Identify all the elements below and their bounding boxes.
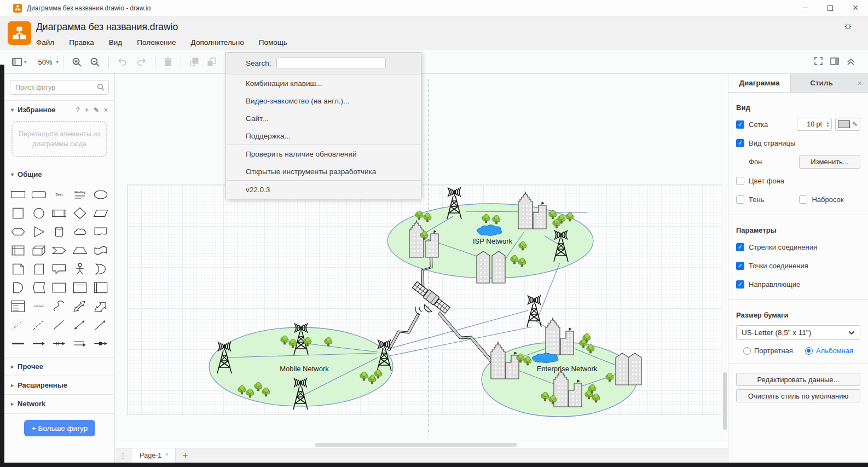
shape-list[interactable]	[8, 297, 28, 315]
shape-connector-arrow[interactable]	[70, 335, 90, 353]
add-page-button[interactable]: +	[182, 450, 188, 461]
pages-menu-icon[interactable]: ⋮	[119, 452, 127, 460]
sidebar-section-network[interactable]: ▸ Network	[4, 394, 114, 413]
edit-data-button[interactable]: Редактировать данные...	[736, 373, 860, 386]
menu-extras[interactable]: Дополнительно	[191, 38, 244, 47]
satellite-icon[interactable]	[412, 281, 451, 315]
shape-heading[interactable]: Heading	[70, 186, 90, 204]
delete-button[interactable]	[160, 54, 176, 70]
shape-rounded-rectangle[interactable]	[28, 186, 49, 204]
shape-curve[interactable]	[49, 297, 70, 315]
vertical-scrollbar[interactable]	[723, 372, 727, 430]
help-search-input[interactable]	[276, 57, 386, 69]
mobile-network-label[interactable]: Mobile Network	[280, 365, 329, 373]
shadow-checkbox[interactable]: ✓	[736, 195, 744, 204]
menu-help[interactable]: Помощь	[259, 38, 287, 47]
zoom-in-button[interactable]	[68, 54, 86, 70]
view-panels-button[interactable]: ▾	[8, 54, 31, 70]
undo-button[interactable]	[113, 54, 132, 70]
spin-down-icon[interactable]: ▾	[827, 124, 829, 128]
tab-style[interactable]: Стиль	[791, 74, 852, 92]
page-view-checkbox[interactable]: ✓	[736, 139, 744, 147]
paper-size-select[interactable]: US-Letter (8,5" x 11")	[736, 325, 860, 340]
grid-size-input[interactable]: 10 pt ▴▾	[797, 118, 832, 131]
menu-arrange[interactable]: Положение	[137, 38, 176, 47]
clear-default-style-button[interactable]: Очистить стиль по умолчанию	[736, 389, 860, 402]
horizontal-scrollbar[interactable]	[315, 443, 517, 447]
favorites-dropzone[interactable]: Перетащите элементы из диаграммы сюда	[11, 121, 107, 157]
shape-cylinder[interactable]	[49, 223, 70, 241]
menu-item-keyboard-shortcuts[interactable]: Комбинации клавиш...	[226, 74, 421, 92]
general-section-header[interactable]: ▾ Общие	[4, 165, 114, 183]
guides-checkbox[interactable]: ✓	[736, 280, 744, 289]
grid-color-button[interactable]: ✎	[835, 118, 860, 131]
menu-view[interactable]: Вид	[109, 38, 122, 47]
shape-dashed-line[interactable]	[28, 316, 49, 334]
shape-diamond[interactable]	[70, 204, 90, 222]
shape-directional-connector[interactable]	[90, 316, 111, 334]
shape-tape[interactable]	[90, 241, 111, 260]
shape-and[interactable]	[8, 279, 28, 297]
sidebar-section-misc[interactable]: ▸ Прочее	[4, 357, 114, 376]
shape-hexagon[interactable]	[8, 223, 28, 241]
horizontal-scrollbar-track[interactable]	[115, 441, 728, 448]
fullscreen-icon[interactable]	[814, 57, 823, 67]
add-icon[interactable]: +	[85, 106, 89, 114]
menu-edit[interactable]: Правка	[69, 38, 94, 47]
bg-color-checkbox[interactable]: ✓	[736, 177, 744, 185]
shape-actor[interactable]	[70, 260, 90, 278]
menu-item-check-updates[interactable]: Проверить наличие обновлений	[226, 145, 421, 163]
shape-document[interactable]	[90, 223, 111, 241]
shape-step[interactable]	[49, 241, 70, 260]
shape-connector-symbol[interactable]	[90, 335, 111, 353]
shape-bidirectional-arrow[interactable]	[70, 297, 90, 315]
landscape-radio[interactable]: Альбомная	[805, 347, 853, 355]
connection-arrows-checkbox[interactable]: ✓	[736, 243, 744, 251]
menu-file[interactable]: Файл	[36, 38, 54, 47]
shape-cube[interactable]	[28, 241, 49, 260]
page-tab[interactable]: Page-1 ^	[132, 448, 176, 463]
shape-bidirectional-connector[interactable]	[70, 316, 90, 334]
tab-diagram[interactable]: Диаграмма	[728, 74, 791, 92]
connection-points-checkbox[interactable]: ✓	[736, 262, 744, 270]
to-front-button[interactable]	[186, 54, 203, 70]
shape-process[interactable]	[49, 204, 70, 222]
zoom-out-button[interactable]	[86, 54, 104, 70]
shape-dotted-line[interactable]	[8, 316, 28, 334]
shape-container[interactable]	[49, 279, 70, 297]
isp-network-label[interactable]: ISP Network	[473, 237, 513, 245]
shape-ellipse[interactable]	[90, 186, 111, 204]
drawing-canvas[interactable]: ISP Network Mobile Network Enterprise Ne…	[115, 74, 728, 441]
menu-item-quick-start-video[interactable]: Видео-знакомство (на англ.)...	[226, 92, 421, 109]
shape-square[interactable]	[8, 204, 28, 222]
enterprise-network-label[interactable]: Enterprise Network	[537, 365, 598, 373]
sketch-checkbox[interactable]: ✓	[799, 195, 807, 204]
shape-text[interactable]: Text	[49, 186, 70, 204]
shape-window[interactable]	[70, 279, 90, 297]
page-menu-caret-icon[interactable]: ^	[165, 452, 168, 459]
format-panel-toggle-icon[interactable]	[830, 57, 839, 67]
edit-icon[interactable]: ✎	[94, 106, 99, 114]
close-button[interactable]: ×	[843, 0, 868, 16]
shape-note[interactable]	[8, 260, 28, 278]
shape-triangle[interactable]	[28, 223, 49, 241]
shape-or[interactable]	[90, 260, 111, 278]
menu-item-website[interactable]: Сайт...	[226, 109, 421, 127]
shape-circle[interactable]	[28, 204, 49, 222]
zoom-level[interactable]: 50%	[31, 58, 55, 66]
shape-cloud[interactable]	[70, 223, 90, 241]
shape-line[interactable]	[49, 316, 70, 334]
shape-arrow[interactable]	[90, 297, 111, 315]
shape-rectangle[interactable]	[8, 186, 28, 204]
minimize-button[interactable]	[792, 0, 818, 16]
change-background-button[interactable]: Изменить...	[799, 155, 860, 169]
grid-checkbox[interactable]: ✓	[736, 120, 744, 129]
shape-internal-storage[interactable]	[8, 241, 28, 260]
remove-icon[interactable]: ×	[104, 106, 108, 114]
shape-card[interactable]	[28, 260, 49, 278]
more-shapes-button[interactable]: + Больше фигур	[24, 420, 95, 436]
theme-icon[interactable]: ☼	[843, 20, 853, 32]
shape-trapezoid[interactable]	[70, 241, 90, 260]
favorites-section-header[interactable]: ▾ Избранное ? + ✎ ×	[4, 101, 114, 119]
shape-link-arrow[interactable]	[49, 335, 70, 353]
